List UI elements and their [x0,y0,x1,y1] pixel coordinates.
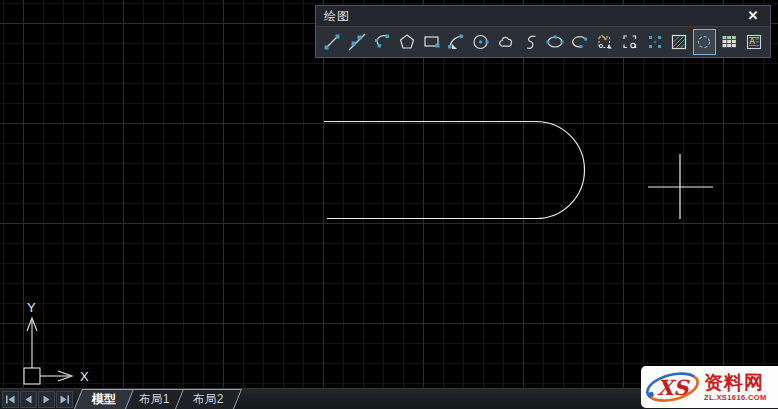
tab-nav-next-icon[interactable] [38,391,55,408]
tab-nav-prev-icon[interactable] [20,391,37,408]
draw-toolbar-titlebar[interactable]: 绘图 ✕ [316,6,770,27]
draw-toolbar-title: 绘图 [324,8,350,25]
mtext-icon[interactable]: A [742,29,765,55]
tab-nav-last-icon[interactable] [56,391,73,408]
tab-layout2[interactable]: 布局2 [175,389,242,409]
point-icon[interactable] [643,29,666,55]
ellipse-arc-icon[interactable] [569,29,592,55]
slot-polyline[interactable] [324,122,585,219]
ucs-x-label: X [80,369,89,384]
svg-text:XS: XS [657,375,690,400]
watermark-logo-icon: XS [644,368,702,406]
draw-toolbar: 绘图 ✕ [315,5,771,58]
watermark: XS 资料网 ZL.XS1616.COM [641,366,778,408]
drawing-canvas[interactable]: Y X [0,0,778,388]
canvas-geometry: Y X [0,0,778,388]
watermark-url: ZL.XS1616.COM [704,394,767,402]
gradient-icon[interactable] [693,29,716,55]
tab-nav-first-icon[interactable] [2,391,19,408]
close-icon[interactable]: ✕ [744,8,762,24]
polyline-icon[interactable] [371,29,394,55]
insert-block-icon[interactable] [594,29,617,55]
construction-line-icon[interactable] [346,29,369,55]
spline-icon[interactable] [519,29,542,55]
circle-icon[interactable] [470,29,493,55]
rectangle-icon[interactable] [420,29,443,55]
crosshair-cursor [648,154,713,219]
make-block-icon[interactable] [618,29,641,55]
ucs-icon: Y X [24,300,89,384]
table-icon[interactable] [718,29,741,55]
tab-nav-controls [0,389,75,409]
draw-toolbar-buttons: A [316,27,770,57]
arc-icon[interactable] [445,29,468,55]
layout-tabs: 模型 布局1 布局2 [83,389,237,409]
tab-model[interactable]: 模型 [74,389,134,409]
hatch-icon[interactable] [668,29,691,55]
polygon-icon[interactable] [395,29,418,55]
watermark-site-name: 资料网 [704,373,764,392]
revision-cloud-icon[interactable] [494,29,517,55]
ucs-y-label: Y [27,300,36,315]
ucs-origin-square [24,368,40,384]
ellipse-icon[interactable] [544,29,567,55]
line-icon[interactable] [321,29,344,55]
